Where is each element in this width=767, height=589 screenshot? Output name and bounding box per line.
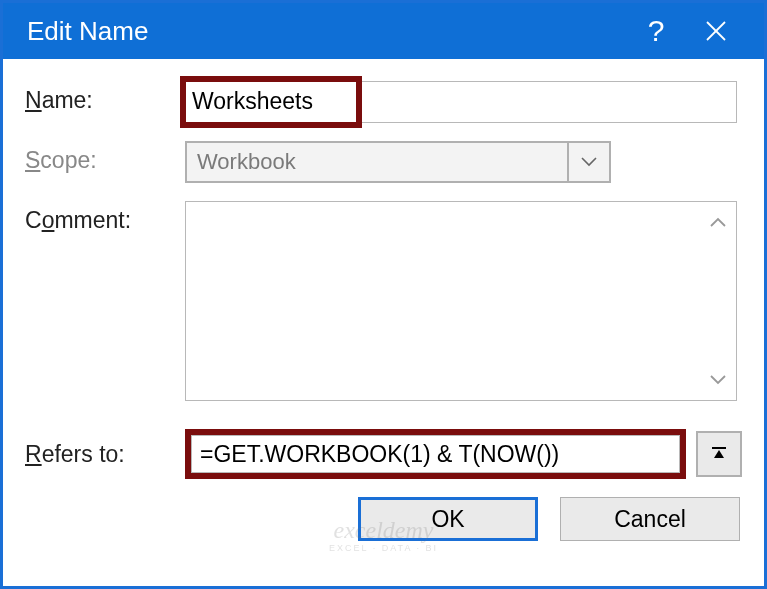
close-icon [705, 20, 727, 42]
name-input-extent[interactable] [362, 82, 736, 122]
scroll-up-button[interactable] [706, 210, 730, 234]
chevron-down-icon [709, 374, 727, 386]
scope-row: Scope: Workbook [25, 141, 742, 183]
svg-marker-3 [714, 450, 724, 458]
name-label: Name: [25, 81, 185, 114]
scope-dropdown: Workbook [185, 141, 611, 183]
refers-highlight [185, 429, 686, 479]
chevron-up-icon [709, 216, 727, 228]
name-row: Name: [25, 81, 742, 123]
refers-label: Refers to: [25, 441, 185, 468]
ok-button[interactable]: OK [358, 497, 538, 541]
dialog-title: Edit Name [27, 16, 626, 47]
scroll-down-button[interactable] [706, 368, 730, 392]
dialog-body: Name: Scope: Workbook [3, 59, 764, 557]
scope-label: Scope: [25, 141, 185, 174]
close-button[interactable] [686, 3, 746, 59]
refers-input[interactable] [191, 435, 680, 473]
chevron-down-icon [581, 157, 597, 167]
name-input[interactable] [186, 82, 356, 120]
help-icon: ? [648, 14, 665, 48]
help-button[interactable]: ? [626, 3, 686, 59]
refers-row: Refers to: [25, 429, 742, 479]
collapse-dialog-button[interactable] [696, 431, 742, 477]
name-input-container [185, 81, 737, 123]
name-highlight [180, 76, 362, 128]
scope-caret [567, 143, 609, 181]
dialog-window: Edit Name ? Name: [0, 0, 767, 589]
collapse-icon [709, 444, 729, 464]
cancel-button[interactable]: Cancel [560, 497, 740, 541]
titlebar: Edit Name ? [3, 3, 764, 59]
button-row: OK Cancel [25, 497, 742, 541]
scope-value: Workbook [187, 149, 567, 175]
comment-label: Comment: [25, 201, 185, 234]
comment-row: Comment: [25, 201, 742, 401]
comment-textarea[interactable] [185, 201, 737, 401]
